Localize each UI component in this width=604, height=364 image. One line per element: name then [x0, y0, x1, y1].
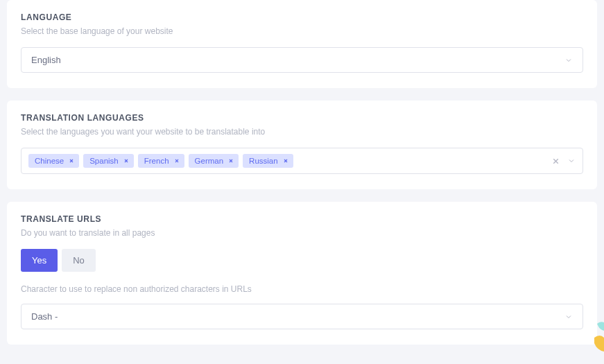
tag-label: Spanish [89, 157, 119, 165]
chevron-down-icon[interactable] [567, 157, 576, 165]
translation-tag: German [189, 154, 239, 168]
translation-tag: Russian [243, 154, 293, 168]
url-character-selected-value: Dash - [31, 311, 58, 322]
url-character-desc: Character to use to replace non authoriz… [21, 284, 583, 294]
language-card: LANGUAGE Select the base language of you… [7, 0, 597, 88]
chevron-down-icon [564, 313, 573, 321]
url-character-select[interactable]: Dash - [21, 304, 583, 329]
translation-tag: French [138, 154, 184, 168]
yes-button[interactable]: Yes [21, 249, 58, 272]
language-desc: Select the base language of your website [21, 26, 583, 36]
translation-card: TRANSLATION LANGUAGES Select the languag… [7, 101, 597, 189]
translation-title: TRANSLATION LANGUAGES [21, 113, 583, 123]
multiselect-actions [551, 157, 576, 166]
language-select[interactable]: English [21, 47, 583, 73]
translate-urls-card: TRANSLATE URLS Do you want to translate … [7, 202, 597, 345]
tag-remove-icon[interactable] [69, 158, 74, 164]
translation-desc: Select the languages you want your websi… [21, 127, 583, 137]
translation-tag: Spanish [83, 154, 134, 168]
tag-remove-icon[interactable] [283, 158, 288, 164]
urls-desc: Do you want to translate in all pages [21, 228, 583, 238]
urls-title: TRANSLATE URLS [21, 214, 583, 224]
tag-remove-icon[interactable] [174, 158, 180, 164]
tag-label: French [144, 157, 169, 165]
clear-all-icon[interactable] [551, 157, 560, 166]
no-button[interactable]: No [62, 249, 96, 272]
tag-remove-icon[interactable] [228, 158, 234, 164]
translate-urls-toggle: Yes No [21, 249, 96, 272]
translation-tags-container: ChineseSpanishFrenchGermanRussian [28, 154, 551, 168]
tag-label: German [195, 157, 224, 165]
tag-label: Chinese [35, 157, 64, 165]
chevron-down-icon [564, 56, 573, 64]
language-title: LANGUAGE [21, 12, 583, 22]
language-selected-value: English [31, 55, 61, 65]
translation-multiselect[interactable]: ChineseSpanishFrenchGermanRussian [21, 148, 583, 174]
tag-remove-icon[interactable] [123, 158, 129, 164]
tag-label: Russian [249, 157, 278, 165]
translation-tag: Chinese [28, 154, 79, 168]
